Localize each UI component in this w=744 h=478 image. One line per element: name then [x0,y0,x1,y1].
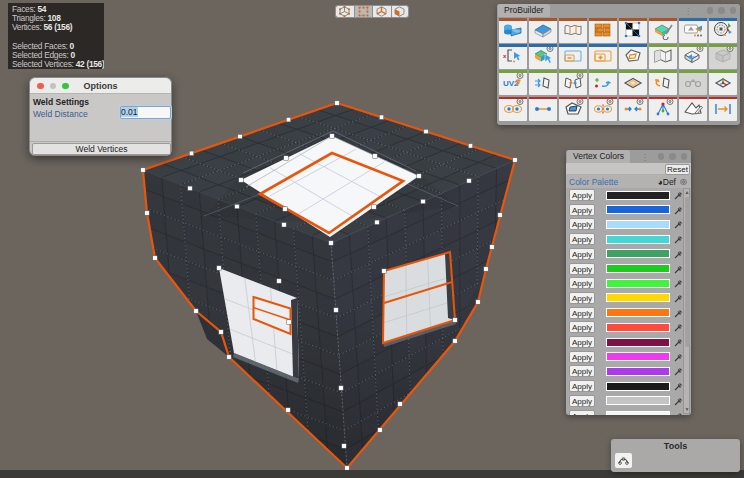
svg-text:x: x [503,53,507,59]
